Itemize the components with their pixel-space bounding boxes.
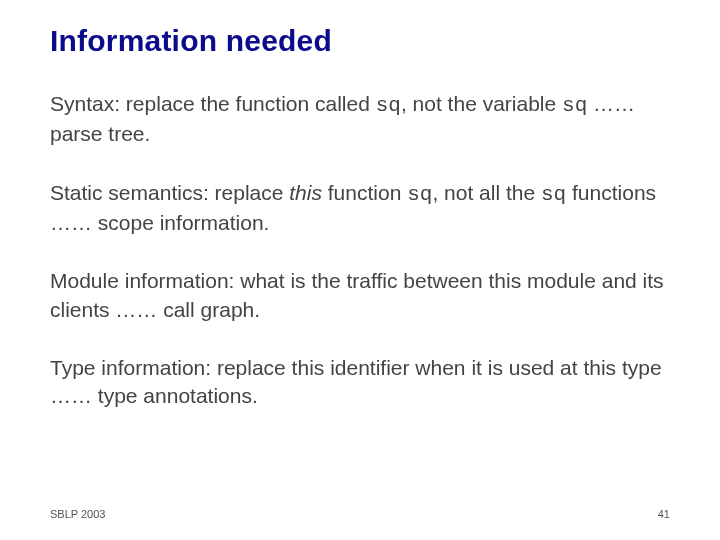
slide-footer: SBLP 2003 41 <box>50 508 670 520</box>
text-run: function <box>322 181 407 204</box>
text-run: Type information: replace this identifie… <box>50 356 662 407</box>
code-run: sq <box>376 94 401 117</box>
text-run: , not the variable <box>401 92 562 115</box>
italic-run: this <box>289 181 322 204</box>
code-run: sq <box>562 94 587 117</box>
slide-title: Information needed <box>50 24 670 58</box>
text-run: Syntax: replace the function called <box>50 92 376 115</box>
text-run: Module information: what is the traffic … <box>50 269 664 320</box>
code-run: sq <box>407 183 432 206</box>
paragraph-syntax: Syntax: replace the function called sq, … <box>50 90 670 149</box>
paragraph-type-info: Type information: replace this identifie… <box>50 354 670 411</box>
paragraph-module-info: Module information: what is the traffic … <box>50 267 670 324</box>
footer-page-number: 41 <box>658 508 670 520</box>
code-run: sq <box>541 183 566 206</box>
text-run: Static semantics: replace <box>50 181 289 204</box>
paragraph-static-semantics: Static semantics: replace this function … <box>50 179 670 238</box>
footer-conference: SBLP 2003 <box>50 508 105 520</box>
text-run: , not all the <box>432 181 541 204</box>
slide: Information needed Syntax: replace the f… <box>0 0 720 540</box>
